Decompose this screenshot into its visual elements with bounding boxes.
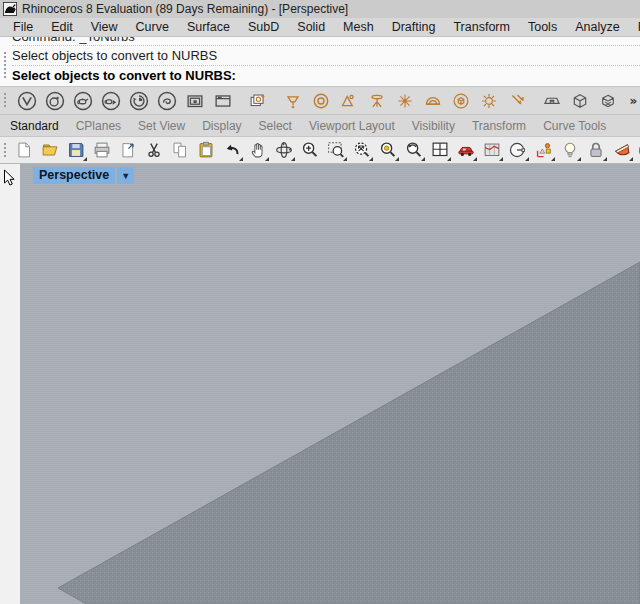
light-bulb-icon[interactable]: [558, 138, 582, 162]
lock-icon[interactable]: [584, 138, 608, 162]
tab-select[interactable]: Select: [259, 119, 292, 133]
rotate-view-icon[interactable]: [272, 138, 296, 162]
tab-display[interactable]: Display: [202, 119, 241, 133]
menu-item-render[interactable]: Render: [629, 20, 640, 34]
menu-item-file[interactable]: File: [4, 20, 42, 34]
tab-transform[interactable]: Transform: [472, 119, 526, 133]
command-history-line: Select objects to convert to NURBS: [12, 46, 640, 66]
map-icon[interactable]: [480, 138, 504, 162]
cplane-icon[interactable]: [532, 138, 556, 162]
toolbar-drag-handle[interactable]: [3, 92, 7, 109]
ring-light-icon[interactable]: [308, 88, 333, 113]
menu-item-drafting[interactable]: Drafting: [383, 20, 445, 34]
infinite-light-icon[interactable]: [504, 88, 529, 113]
mesh-surface[interactable]: [20, 164, 640, 604]
toolbar-tab-row: StandardCPlanesSet ViewDisplaySelectView…: [0, 115, 640, 137]
window-title: Rhinoceros 8 Evaluation (89 Days Remaini…: [22, 2, 348, 16]
menu-item-analyze[interactable]: Analyze: [566, 20, 628, 34]
save-file-icon[interactable]: [64, 138, 88, 162]
tab-standard[interactable]: Standard: [10, 119, 59, 133]
menu-item-mesh[interactable]: Mesh: [334, 20, 383, 34]
rhino-logo-icon: [3, 2, 17, 16]
vray-vfb-window-icon[interactable]: [210, 88, 235, 113]
sphere-light-icon[interactable]: [448, 88, 473, 113]
cosmos-car-icon[interactable]: [539, 88, 564, 113]
export-page-icon[interactable]: [116, 138, 140, 162]
vray-toolbar: »p: [0, 86, 640, 115]
zoom-selected-icon[interactable]: [376, 138, 400, 162]
copy-icon[interactable]: [168, 138, 192, 162]
open-file-icon[interactable]: [38, 138, 62, 162]
vray-render-icon[interactable]: [70, 88, 95, 113]
menu-item-view[interactable]: View: [82, 20, 127, 34]
proxy-box-icon[interactable]: [567, 88, 592, 113]
standard-toolbar: [0, 137, 640, 164]
tab-curve-tools[interactable]: Curve Tools: [543, 119, 606, 133]
command-history-line-clipped: Command: _ToNurbs: [12, 37, 640, 46]
color-wheel-icon[interactable]: [636, 138, 640, 162]
viewport-dock-area: Perspective ▼: [0, 164, 640, 604]
dome-light-icon[interactable]: [420, 88, 445, 113]
perspective-viewport[interactable]: Perspective ▼: [20, 164, 640, 604]
title-bar: Rhinoceros 8 Evaluation (89 Days Remaini…: [0, 0, 640, 18]
vray-interactive-render-icon[interactable]: [98, 88, 123, 113]
tab-viewport-layout[interactable]: Viewport Layout: [309, 119, 395, 133]
menu-item-curve[interactable]: Curve: [127, 20, 178, 34]
menu-item-solid[interactable]: Solid: [288, 20, 334, 34]
zoom-window-icon[interactable]: [324, 138, 348, 162]
sun-light-icon[interactable]: [476, 88, 501, 113]
rect-light-icon[interactable]: [280, 88, 305, 113]
command-area: Command: _ToNurbs Select objects to conv…: [0, 36, 640, 86]
vray-asset-editor-icon[interactable]: [42, 88, 67, 113]
tab-visibility[interactable]: Visibility: [412, 119, 455, 133]
viewport-title[interactable]: Perspective: [33, 167, 115, 184]
menu-item-surface[interactable]: Surface: [178, 20, 239, 34]
zoom-extents-icon[interactable]: [350, 138, 374, 162]
print-icon[interactable]: [90, 138, 114, 162]
orange-slice-icon[interactable]: [610, 138, 634, 162]
chevron-down-icon[interactable]: ▼: [117, 167, 134, 184]
four-viewports-icon[interactable]: [428, 138, 452, 162]
overflow-chevron-icon[interactable]: »: [623, 88, 640, 113]
ies-light-icon[interactable]: [364, 88, 389, 113]
toolbar-drag-handle[interactable]: [3, 142, 7, 158]
pan-hand-icon[interactable]: [246, 138, 270, 162]
proxy-scene-icon[interactable]: [595, 88, 620, 113]
vray-logo-icon[interactable]: [14, 88, 39, 113]
menu-item-subd[interactable]: SubD: [239, 20, 288, 34]
zoom-undo-icon[interactable]: [402, 138, 426, 162]
command-prompt[interactable]: Select objects to convert to NURBS:: [12, 66, 640, 86]
vray-batch-render-icon[interactable]: [245, 88, 270, 113]
tab-cplanes[interactable]: CPlanes: [76, 119, 121, 133]
red-car-icon[interactable]: [454, 138, 478, 162]
paste-icon[interactable]: [194, 138, 218, 162]
arrow-cursor-icon: [3, 169, 16, 192]
svg-text:»: »: [629, 94, 637, 108]
vray-cloud-icon[interactable]: [154, 88, 179, 113]
vray-frame-buffer-icon[interactable]: [182, 88, 207, 113]
vray-render-last-icon[interactable]: [126, 88, 151, 113]
new-file-icon[interactable]: [12, 138, 36, 162]
menu-bar: FileEditViewCurveSurfaceSubDSolidMeshDra…: [0, 18, 640, 36]
rhino-window: Rhinoceros 8 Evaluation (89 Days Remaini…: [0, 0, 640, 604]
menu-item-tools[interactable]: Tools: [519, 20, 566, 34]
menu-item-transform[interactable]: Transform: [444, 20, 519, 34]
command-area-drag-handle[interactable]: [3, 51, 7, 80]
spot-light-icon[interactable]: [336, 88, 361, 113]
omni-light-icon[interactable]: [392, 88, 417, 113]
menu-item-edit[interactable]: Edit: [42, 20, 82, 34]
zoom-in-icon[interactable]: [298, 138, 322, 162]
tab-set-view[interactable]: Set View: [138, 119, 185, 133]
undo-icon[interactable]: [220, 138, 244, 162]
cut-icon[interactable]: [142, 138, 166, 162]
clock-icon[interactable]: [506, 138, 530, 162]
